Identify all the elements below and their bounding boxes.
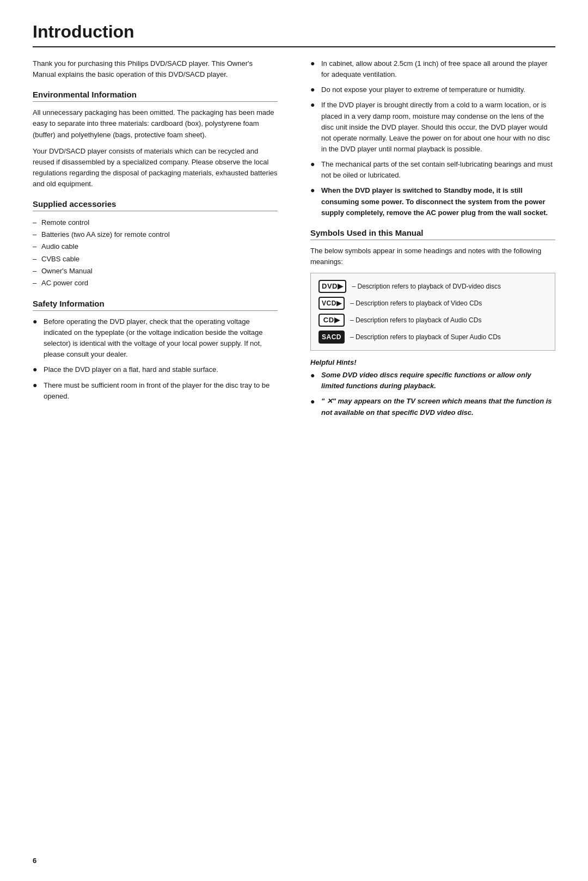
sacd-desc: – Description refers to playback of Supe…: [350, 333, 501, 342]
sacd-badge: SACD: [318, 331, 345, 344]
hint-item-2: " ✕" may appears on the TV screen which …: [310, 396, 555, 418]
cd-badge: CD▶: [318, 314, 345, 327]
vcd-desc: – Description refers to playback of Vide…: [350, 299, 482, 308]
symbol-row-sacd: SACD – Description refers to playback of…: [318, 331, 547, 344]
list-item: The mechanical parts of the set contain …: [310, 159, 555, 181]
symbol-row-dvd: DVD▶ – Description refers to playback of…: [318, 280, 547, 293]
list-item: If the DVD player is brought directly fr…: [310, 100, 555, 155]
supplied-title: Supplied accessories: [33, 199, 278, 211]
hints-title: Helpful Hints!: [310, 358, 555, 366]
list-item: Batteries (two AA size) for remote contr…: [33, 229, 278, 241]
right-column: In cabinet, allow about 2.5cm (1 inch) o…: [305, 58, 555, 423]
right-bullets: In cabinet, allow about 2.5cm (1 inch) o…: [310, 58, 555, 218]
list-item-bold: When the DVD player is switched to Stand…: [310, 185, 555, 218]
list-item: There must be sufficient room in front o…: [33, 380, 278, 402]
environmental-title: Environmental Information: [33, 90, 278, 102]
dvd-desc: – Description refers to playback of DVD-…: [352, 282, 500, 291]
page-title: Introduction: [33, 22, 555, 47]
helpful-hints-section: Helpful Hints! Some DVD video discs requ…: [310, 358, 555, 418]
dvd-badge: DVD▶: [318, 280, 346, 293]
list-item: Owner's Manual: [33, 265, 278, 277]
supplied-list: Remote control Batteries (two AA size) f…: [33, 217, 278, 289]
environmental-para1: All unnecessary packaging has been omitt…: [33, 107, 278, 140]
list-item: Audio cable: [33, 241, 278, 253]
vcd-badge: VCD▶: [318, 297, 345, 310]
safety-section: Safety Information Before operating the …: [33, 299, 278, 402]
list-item: Before operating the DVD player, check t…: [33, 316, 278, 360]
list-item: Remote control: [33, 217, 278, 229]
safety-title: Safety Information: [33, 299, 278, 311]
list-item: Do not expose your player to extreme of …: [310, 84, 555, 95]
list-item: AC power cord: [33, 277, 278, 289]
hint-item-1: Some DVD video discs require specific fu…: [310, 370, 555, 391]
supplied-section: Supplied accessories Remote control Batt…: [33, 199, 278, 289]
symbols-box: DVD▶ – Description refers to playback of…: [310, 273, 555, 351]
list-item: In cabinet, allow about 2.5cm (1 inch) o…: [310, 58, 555, 80]
symbol-row-vcd: VCD▶ – Description refers to playback of…: [318, 297, 547, 310]
intro-text: Thank you for purchasing this Philips DV…: [33, 58, 278, 80]
environmental-section: Environmental Information All unnecessar…: [33, 90, 278, 189]
cd-desc: – Description refers to playback of Audi…: [350, 316, 481, 325]
symbols-section: Symbols Used in this Manual The below sy…: [310, 228, 555, 418]
symbols-title: Symbols Used in this Manual: [310, 228, 555, 240]
list-item: CVBS cable: [33, 253, 278, 265]
environmental-para2: Your DVD/SACD player consists of materia…: [33, 146, 278, 190]
safety-list: Before operating the DVD player, check t…: [33, 316, 278, 402]
list-item: Place the DVD player on a flat, hard and…: [33, 364, 278, 375]
symbol-row-cd: CD▶ – Description refers to playback of …: [318, 314, 547, 327]
symbols-intro: The below symbols appear in some heading…: [310, 246, 555, 267]
page-number: 6: [33, 856, 36, 865]
left-column: Thank you for purchasing this Philips DV…: [33, 58, 283, 423]
